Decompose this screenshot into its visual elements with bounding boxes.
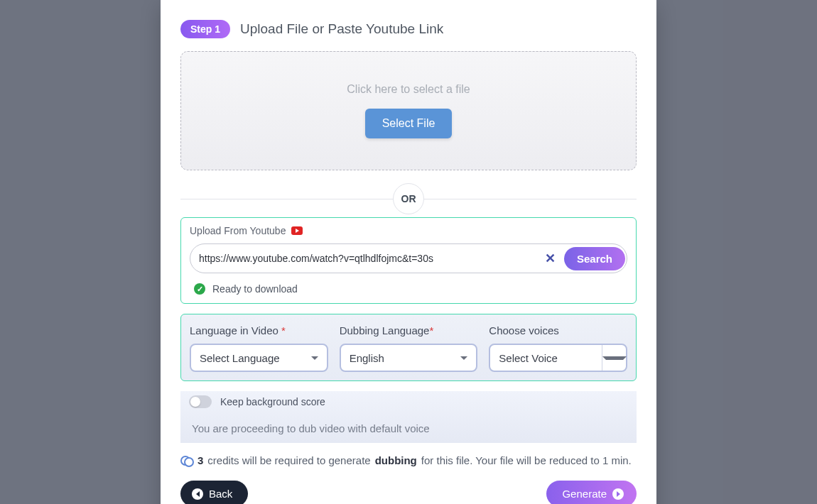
chevron-down-icon	[602, 356, 627, 360]
search-button[interactable]: Search	[564, 247, 625, 270]
arrow-left-icon	[192, 488, 203, 500]
dropzone-hint: Click here to select a file	[347, 83, 470, 96]
default-voice-notice: You are proceeding to dub video with def…	[189, 420, 628, 437]
bg-score-label: Keep background score	[220, 396, 325, 407]
step-badge: Step 1	[180, 20, 230, 38]
step-header: Step 1 Upload File or Paste Youtube Link	[180, 20, 637, 38]
upload-modal: Step 1 Upload File or Paste Youtube Link…	[161, 0, 656, 504]
credits-text-post: for this file. Your file will be reduced…	[421, 454, 632, 466]
arrow-right-icon	[612, 488, 624, 500]
clear-url-button[interactable]: ✕	[541, 251, 560, 266]
or-label: OR	[393, 183, 424, 214]
ready-status: ✓ Ready to download	[190, 283, 627, 295]
target-language-select[interactable]: English	[340, 344, 478, 372]
credits-amount: 3	[198, 454, 203, 466]
chevron-down-icon	[311, 356, 318, 360]
source-language-label: Language in Video *	[190, 324, 328, 336]
back-label: Back	[209, 488, 232, 500]
credits-text-pre: credits will be required to generate	[207, 454, 370, 466]
target-language-col: Dubbing Language* English	[340, 324, 478, 372]
generate-button[interactable]: Generate	[546, 481, 637, 504]
source-language-col: Language in Video * Select Language	[190, 324, 328, 372]
file-dropzone[interactable]: Click here to select a file Select File	[180, 51, 637, 170]
or-divider: OR	[180, 183, 637, 214]
credits-row: 3 credits will be required to generate d…	[180, 454, 637, 466]
voice-select[interactable]: Select Voice	[489, 344, 627, 372]
bg-score-toggle[interactable]	[189, 395, 212, 408]
voice-col: Choose voices Select Voice	[489, 324, 627, 372]
source-language-select[interactable]: Select Language	[190, 344, 328, 372]
youtube-url-input[interactable]	[199, 253, 536, 264]
youtube-search-row: ✕ Search	[190, 243, 627, 273]
target-language-value: English	[350, 352, 384, 364]
step-title: Upload File or Paste Youtube Link	[240, 21, 443, 37]
chevron-down-icon	[460, 356, 467, 360]
youtube-label: Upload From Youtube	[190, 225, 286, 236]
options-section: Keep background score You are proceeding…	[180, 391, 637, 443]
source-language-value: Select Language	[200, 352, 280, 364]
bg-score-row: Keep background score	[189, 395, 628, 408]
coins-icon	[180, 456, 193, 466]
language-section: Language in Video * Select Language Dubb…	[180, 314, 637, 381]
youtube-icon	[291, 226, 303, 235]
youtube-section: Upload From Youtube ✕ Search ✓ Ready to …	[180, 217, 637, 304]
select-file-button[interactable]: Select File	[365, 109, 453, 138]
back-button[interactable]: Back	[180, 481, 248, 504]
ready-text: Ready to download	[212, 283, 298, 295]
footer-row: Back Generate	[180, 481, 637, 504]
voice-value: Select Voice	[490, 352, 602, 364]
credits-text-mid: dubbing	[375, 454, 417, 466]
generate-label: Generate	[562, 488, 607, 500]
voice-label: Choose voices	[489, 324, 627, 336]
target-language-label: Dubbing Language*	[340, 324, 478, 336]
check-icon: ✓	[194, 283, 205, 295]
youtube-label-row: Upload From Youtube	[190, 225, 627, 236]
